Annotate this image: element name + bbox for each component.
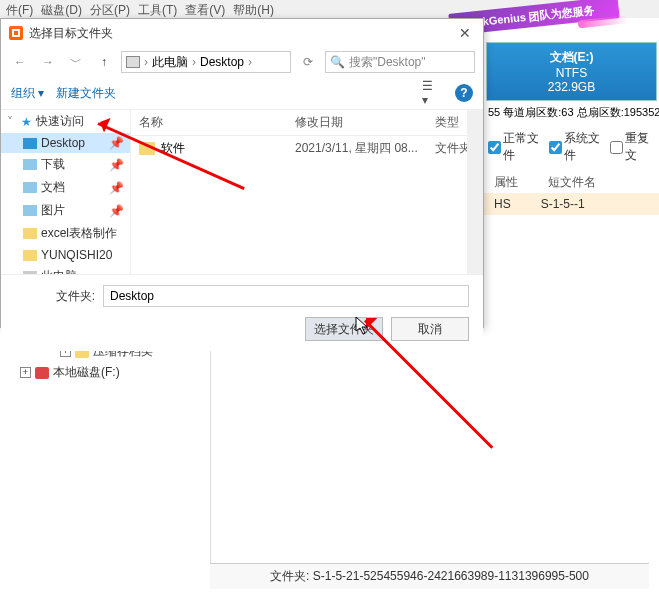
sidebar-item-label: excel表格制作 xyxy=(41,225,117,242)
folder-icon xyxy=(23,228,37,239)
folder-icon xyxy=(23,138,37,149)
up-button[interactable]: ↑ xyxy=(93,51,115,73)
file-table-header: 属性 短文件名 xyxy=(484,172,659,193)
help-icon[interactable]: ? xyxy=(455,84,473,102)
folder-icon xyxy=(23,271,37,274)
col-shortname: 短文件名 xyxy=(548,174,596,191)
pin-icon: 📌 xyxy=(109,181,124,195)
menu-disk[interactable]: 磁盘(D) xyxy=(39,2,84,16)
sidebar-item[interactable]: 文档📌 xyxy=(1,176,130,199)
sidebar-item[interactable]: 图片📌 xyxy=(1,199,130,222)
folder-label: 文件夹: xyxy=(15,288,95,305)
sidebar-item-label: 文档 xyxy=(41,179,65,196)
search-icon: 🔍 xyxy=(330,55,345,69)
folder-name-input[interactable] xyxy=(103,285,469,307)
file-date: 2021/3/11, 星期四 08... xyxy=(295,140,435,157)
tree-label: 本地磁盘(F:) xyxy=(53,364,120,381)
sidebar-item-label: 图片 xyxy=(41,202,65,219)
recent-dropdown-icon[interactable]: ﹀ xyxy=(65,51,87,73)
pin-icon: 📌 xyxy=(109,204,124,218)
folder-icon xyxy=(23,250,37,261)
cell-attr: HS xyxy=(494,197,511,211)
nav-bar: ← → ﹀ ↑ › 此电脑 › Desktop › ⟳ 🔍 搜索"Desktop… xyxy=(1,47,483,77)
organize-menu[interactable]: 组织 ▾ xyxy=(11,85,44,102)
folder-icon xyxy=(23,159,37,170)
file-name: 软件 xyxy=(161,140,185,157)
dialog-toolbar: 组织 ▾ 新建文件夹 ☰ ▾ ? xyxy=(1,77,483,110)
breadcrumb[interactable]: › 此电脑 › Desktop › xyxy=(121,51,291,73)
partition-fs: NTFS xyxy=(491,66,652,80)
folder-icon xyxy=(23,205,37,216)
forward-button: → xyxy=(37,51,59,73)
chk-repeat[interactable]: 重复文 xyxy=(610,130,655,164)
expand-icon[interactable]: + xyxy=(20,367,31,378)
filter-row: 正常文件 系统文件 重复文 xyxy=(484,122,659,172)
status-bar: 文件夹: S-1-5-21-525455946-2421663989-11313… xyxy=(210,563,649,589)
chevron-right-icon: › xyxy=(144,55,148,69)
chk-system[interactable]: 系统文件 xyxy=(549,130,604,164)
sidebar-item-label: YUNQISHI20 xyxy=(41,248,112,262)
menu-help[interactable]: 帮助(H) xyxy=(231,2,276,16)
pin-icon: 📌 xyxy=(109,136,124,150)
dialog-title: 选择目标文件夹 xyxy=(29,25,455,42)
col-name[interactable]: 名称 xyxy=(139,114,295,131)
tree-node-localdisk[interactable]: + 本地磁盘(F:) xyxy=(10,362,153,383)
disk-icon xyxy=(35,367,49,379)
pc-icon xyxy=(126,56,140,68)
partition-size: 232.9GB xyxy=(491,80,652,94)
menu-tools[interactable]: 工具(T) xyxy=(136,2,179,16)
back-button[interactable]: ← xyxy=(9,51,31,73)
view-options-button[interactable]: ☰ ▾ xyxy=(421,83,443,103)
sidebar-item-label: 下载 xyxy=(41,156,65,173)
sidebar-item-label: 此电脑 xyxy=(41,268,77,274)
chevron-right-icon: › xyxy=(192,55,196,69)
file-row[interactable]: 软件2021/3/11, 星期四 08...文件夹 xyxy=(131,136,483,161)
cancel-button[interactable]: 取消 xyxy=(391,317,469,341)
new-folder-button[interactable]: 新建文件夹 xyxy=(56,85,116,102)
sidebar-item-label: Desktop xyxy=(41,136,85,150)
col-date[interactable]: 修改日期 xyxy=(295,114,435,131)
dialog-footer: 文件夹: 选择文件夹 取消 xyxy=(1,274,483,351)
dialog-titlebar: 选择目标文件夹 ✕ xyxy=(1,19,483,47)
chevron-right-icon: › xyxy=(248,55,252,69)
file-table-row[interactable]: HS S-1-5--1 xyxy=(484,193,659,215)
menu-file[interactable]: 件(F) xyxy=(4,2,35,16)
refresh-button[interactable]: ⟳ xyxy=(297,51,319,73)
partition-label: 文档(E:) xyxy=(491,49,652,66)
quick-access-label: 快速访问 xyxy=(36,113,84,130)
folder-icon xyxy=(23,182,37,193)
partition-box[interactable]: 文档(E:) NTFS 232.9GB xyxy=(486,42,657,101)
close-button[interactable]: ✕ xyxy=(455,23,475,43)
disk-panel: 文档(E:) NTFS 232.9GB 55 每道扇区数:63 总扇区数:195… xyxy=(484,40,659,215)
column-headers[interactable]: 名称 修改日期 类型 xyxy=(131,110,483,136)
folder-icon xyxy=(139,142,155,155)
search-box[interactable]: 🔍 搜索"Desktop" xyxy=(325,51,475,73)
sidebar-item[interactable]: Desktop📌 xyxy=(1,133,130,153)
search-placeholder: 搜索"Desktop" xyxy=(349,54,426,71)
star-icon: ★ xyxy=(21,115,32,129)
cell-shortname: S-1-5--1 xyxy=(541,197,585,211)
crumb-pc[interactable]: 此电脑 xyxy=(152,54,188,71)
crumb-folder[interactable]: Desktop xyxy=(200,55,244,69)
sidebar-item[interactable]: YUNQISHI20 xyxy=(1,245,130,265)
disk-geometry: 55 每道扇区数:63 总扇区数:19535251 xyxy=(484,103,659,122)
chevron-down-icon[interactable]: ˅ xyxy=(7,115,17,129)
select-folder-button[interactable]: 选择文件夹 xyxy=(305,317,383,341)
quick-access-group[interactable]: ˅ ★ 快速访问 xyxy=(1,110,130,133)
folder-browse-dialog: 选择目标文件夹 ✕ ← → ﹀ ↑ › 此电脑 › Desktop › ⟳ 🔍 … xyxy=(0,18,484,328)
sidebar-item[interactable]: 下载📌 xyxy=(1,153,130,176)
sidebar-item[interactable]: excel表格制作 xyxy=(1,222,130,245)
chk-normal[interactable]: 正常文件 xyxy=(488,130,543,164)
menu-partition[interactable]: 分区(P) xyxy=(88,2,132,16)
pin-icon: 📌 xyxy=(109,158,124,172)
sidebar-item[interactable]: 此电脑 xyxy=(1,265,130,274)
col-attr: 属性 xyxy=(494,174,518,191)
menu-view[interactable]: 查看(V) xyxy=(183,2,227,16)
sidebar: ˅ ★ 快速访问 Desktop📌下载📌文档📌图片📌excel表格制作YUNQI… xyxy=(1,110,131,274)
file-list: 名称 修改日期 类型 软件2021/3/11, 星期四 08...文件夹 xyxy=(131,110,483,274)
scrollbar[interactable] xyxy=(467,110,483,274)
app-icon xyxy=(9,26,23,40)
